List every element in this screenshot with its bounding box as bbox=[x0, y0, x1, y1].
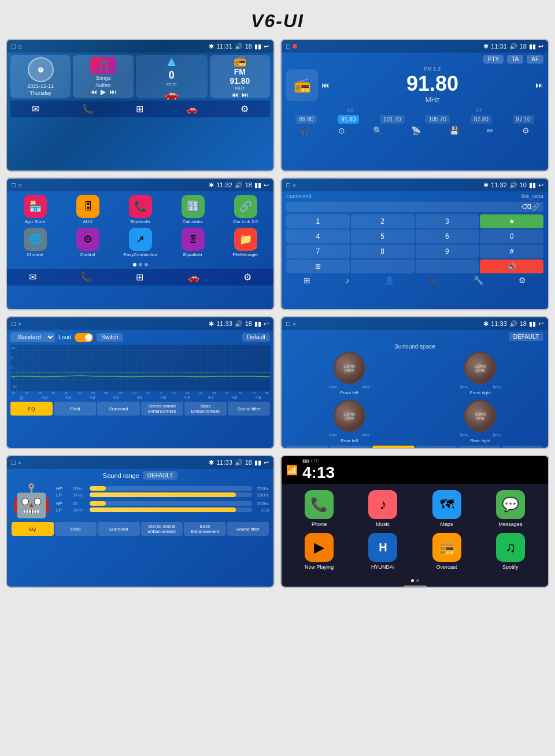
fm-prev-btn[interactable]: ⏮ bbox=[231, 91, 238, 99]
phone-settings-btn[interactable]: ⚙ bbox=[519, 276, 526, 285]
carplay-spotify[interactable]: ♫ Spotify bbox=[482, 533, 539, 570]
fm-settings[interactable]: ⚙ bbox=[522, 126, 530, 135]
hp-track-1[interactable] bbox=[90, 486, 252, 491]
key-9[interactable]: 9 bbox=[416, 244, 479, 258]
knob-fl-outer[interactable]: 1.0ms68cm bbox=[334, 352, 365, 384]
bottom-menubar-3[interactable]: ✉ 📞 ⊞ 🚗 ⚙ bbox=[7, 269, 273, 286]
phone-3[interactable]: 📞 bbox=[80, 272, 92, 283]
carlink-icon[interactable]: 🔗 Car Link 2.0 bbox=[221, 195, 270, 224]
contacts-btn[interactable]: 👤 bbox=[384, 276, 394, 285]
lp-track-2[interactable] bbox=[90, 507, 252, 512]
fm-top-btns[interactable]: PTY TA AF bbox=[286, 55, 543, 64]
back-5[interactable]: ↩ bbox=[264, 320, 269, 328]
slider-hp-2[interactable]: HP 20 250Hz bbox=[56, 501, 269, 506]
aux-icon[interactable]: 🎛 AUX bbox=[63, 195, 112, 224]
easyconn-icon[interactable]: ↗ EasyConnection bbox=[116, 228, 165, 257]
fm-save[interactable]: 💾 bbox=[449, 126, 459, 135]
apps-3[interactable]: ⊞ bbox=[136, 272, 143, 283]
control-icon[interactable]: ⚙ Control bbox=[63, 228, 112, 257]
sound-default-btn[interactable]: DEFAULT bbox=[143, 471, 177, 480]
phone-menu-btn[interactable]: 📞 bbox=[82, 103, 94, 114]
music-btn[interactable]: ♪ bbox=[345, 276, 349, 285]
preset-1[interactable]: 89.80 bbox=[295, 115, 317, 124]
stab-eq[interactable]: EQ bbox=[286, 446, 328, 449]
key-star-green[interactable]: ★ bbox=[480, 214, 543, 228]
backspace-btn[interactable]: ⌫ bbox=[521, 203, 531, 211]
fm-next-btn[interactable]: ⏭ bbox=[242, 91, 249, 99]
carplay-overcast[interactable]: 📻 Overcast bbox=[418, 533, 476, 570]
knob-rr-outer[interactable]: 0.0ms0cm bbox=[464, 400, 496, 432]
fm-controls-row[interactable]: 🎧 ⊙ 🔍 📡 💾 ✏ ⚙ bbox=[286, 126, 543, 135]
next-btn[interactable]: ⏭ bbox=[109, 88, 116, 96]
key-4[interactable]: 4 bbox=[286, 229, 350, 243]
tab-eq[interactable]: EQ bbox=[10, 402, 53, 416]
back-6[interactable]: ↩ bbox=[538, 320, 543, 328]
knob-front-right[interactable]: 1.0ms32cm 0ms8ms Front right bbox=[417, 352, 544, 395]
back-icon[interactable]: ↩ bbox=[264, 43, 269, 50]
bottom-menubar[interactable]: ✉ 📞 ⊞ 🚗 ⚙ bbox=[10, 101, 270, 117]
preset-2[interactable]: 91.80 bbox=[338, 115, 359, 124]
carplay-music[interactable]: ♪ Music bbox=[354, 490, 412, 527]
key-8[interactable]: 8 bbox=[351, 244, 415, 258]
hp-track-2[interactable] bbox=[90, 501, 252, 506]
settings-3[interactable]: ⚙ bbox=[243, 272, 251, 283]
fm-presets[interactable]: 89.80 91.80 101.20 105.70 87.80 97.10 bbox=[286, 115, 543, 124]
carplay-maps[interactable]: 🗺 Maps bbox=[418, 490, 476, 527]
key-2[interactable]: 2 bbox=[351, 214, 415, 228]
chain-icon[interactable]: 🔗 bbox=[531, 203, 540, 211]
prev-btn[interactable]: ⏮ bbox=[90, 88, 97, 96]
carplay-nowplaying[interactable]: ▶ Now Playing bbox=[290, 533, 348, 570]
tab-surround[interactable]: Surround bbox=[97, 402, 139, 416]
fm-widget[interactable]: 📻 FM 91.80 MHz ⏮ ⏭ bbox=[210, 55, 270, 98]
pty-btn[interactable]: PTY bbox=[483, 55, 504, 64]
play-btn[interactable]: ▶ bbox=[101, 88, 106, 96]
srtab-stereo[interactable]: Stereo sound enhancement bbox=[141, 522, 183, 536]
bluetooth-icon-app[interactable]: 📞 Bluetooth bbox=[116, 195, 165, 224]
knob-fr-outer[interactable]: 1.0ms32cm bbox=[464, 352, 496, 384]
key-5[interactable]: 5 bbox=[351, 229, 415, 243]
keypad-grid[interactable]: 1 2 3 ★ 4 5 6 0 7 8 9 # ⊞ 🔊 bbox=[286, 214, 543, 273]
fm-controls[interactable]: ⏮ ⏭ bbox=[231, 91, 249, 99]
srtab-bass[interactable]: Bass Enhancement bbox=[184, 522, 226, 536]
carplay-messages[interactable]: 💬 Messages bbox=[482, 490, 539, 527]
stab-filter[interactable]: Sound filter bbox=[502, 446, 544, 449]
apps-menu-btn[interactable]: ⊞ bbox=[136, 103, 143, 114]
stab-bass[interactable]: Bass Enhancement bbox=[458, 446, 501, 449]
slider-hp-1[interactable]: HP 20Hz 250Hz bbox=[56, 486, 269, 491]
stab-surround[interactable]: Surround bbox=[372, 446, 415, 449]
carplay-home-bar[interactable] bbox=[404, 585, 427, 588]
lp-track-1[interactable] bbox=[90, 492, 252, 497]
key-dialpad[interactable]: ⊞ bbox=[286, 260, 350, 273]
calls-btn[interactable]: 📞 bbox=[429, 276, 439, 285]
carplay-hyundai[interactable]: H HYUNDAI bbox=[354, 533, 412, 570]
key-3[interactable]: 3 bbox=[416, 214, 479, 228]
af-btn[interactable]: AF bbox=[527, 55, 543, 64]
key-1[interactable]: 1 bbox=[286, 214, 350, 228]
fm-signal[interactable]: 📡 bbox=[411, 126, 421, 135]
fm-prev-track[interactable]: ⏮ bbox=[321, 80, 330, 90]
filemanager-icon[interactable]: 📁 FileManager bbox=[221, 228, 270, 257]
fm-headphone[interactable]: 🎧 bbox=[300, 126, 310, 135]
dialpad-btn[interactable]: ⊞ bbox=[304, 276, 310, 285]
back-2[interactable]: ↩ bbox=[538, 43, 543, 50]
carplay-phone[interactable]: 📞 Phone bbox=[290, 490, 348, 527]
nav-3[interactable]: ✉ bbox=[29, 272, 36, 283]
eq-tabs[interactable]: EQ Field Surround Stereo sound enhanceme… bbox=[10, 402, 270, 416]
equalizer-icon-app[interactable]: 🎚 Equalizer bbox=[168, 228, 217, 257]
preset-6[interactable]: 97.10 bbox=[513, 115, 534, 124]
tab-stereo[interactable]: Stereo sound enhancement bbox=[141, 402, 183, 416]
fm-search[interactable]: 🔍 bbox=[373, 126, 383, 135]
home-3[interactable]: ⌂ bbox=[18, 181, 22, 188]
eq-switch-btn[interactable]: Switch bbox=[97, 333, 123, 342]
preset-4[interactable]: 105.70 bbox=[425, 115, 450, 124]
back-7[interactable]: ↩ bbox=[264, 459, 269, 466]
eq-default-btn[interactable]: Default bbox=[242, 333, 270, 342]
preset-5[interactable]: 87.80 bbox=[471, 115, 492, 124]
slider-lp-2[interactable]: LP 3KHz 20.k bbox=[56, 507, 269, 513]
srtab-eq[interactable]: EQ bbox=[12, 522, 54, 536]
key-0[interactable]: 0 bbox=[480, 229, 543, 243]
sound-tabs[interactable]: EQ Field Surround Stereo sound enhanceme… bbox=[12, 522, 269, 536]
tab-filter[interactable]: Sound filter bbox=[228, 402, 270, 416]
stab-field[interactable]: Field bbox=[330, 446, 372, 449]
knob-rear-left[interactable]: 1.0ms32cm 0ms8ms Rear left bbox=[286, 400, 413, 443]
